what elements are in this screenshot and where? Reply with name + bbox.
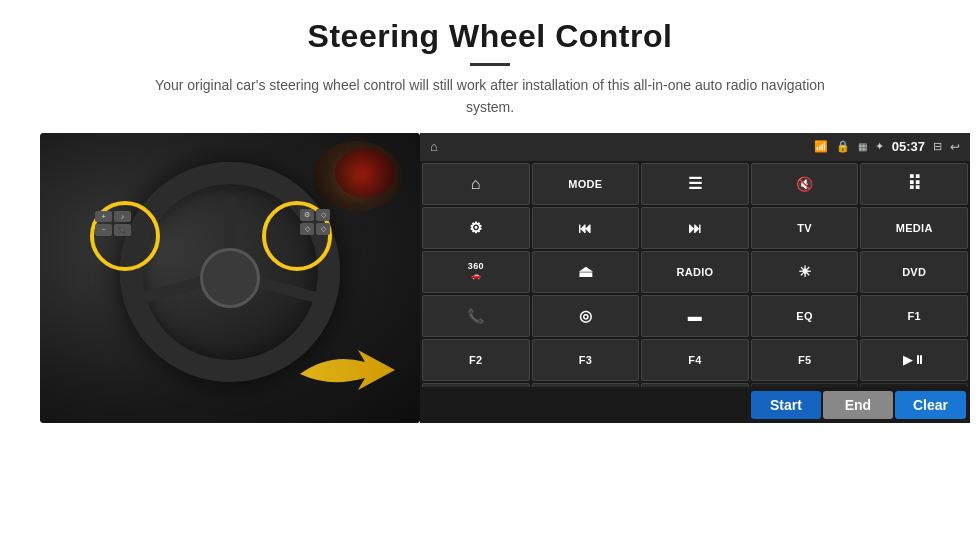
phone-btn[interactable]: 📞 xyxy=(422,295,530,337)
control-panel: ⌂ 📶 🔒 ▦ ✦ 05:37 ⊟ ↩ ⌂ MODE ☰ 🔇 xyxy=(420,133,970,423)
compass-btn[interactable]: ◎ xyxy=(532,295,640,337)
f4-btn[interactable]: F4 xyxy=(641,339,749,381)
sim-icon: ▦ xyxy=(858,141,867,152)
home-status-icon: ⌂ xyxy=(430,139,438,154)
tv-btn[interactable]: TV xyxy=(751,207,859,249)
title-section: Steering Wheel Control Your original car… xyxy=(40,18,940,133)
apps-btn[interactable]: ⠿ xyxy=(860,163,968,205)
f1-btn[interactable]: F1 xyxy=(860,295,968,337)
f3-btn[interactable]: F3 xyxy=(532,339,640,381)
start-button[interactable]: Start xyxy=(751,391,821,419)
home-btn[interactable]: ⌂ xyxy=(422,163,530,205)
title-divider xyxy=(470,63,510,66)
subtitle: Your original car's steering wheel contr… xyxy=(150,74,830,119)
list-btn[interactable]: ☰ xyxy=(641,163,749,205)
status-left: ⌂ xyxy=(430,139,438,154)
screen-btn[interactable]: ▬ xyxy=(641,295,749,337)
status-bar: ⌂ 📶 🔒 ▦ ✦ 05:37 ⊟ ↩ xyxy=(420,133,970,161)
next-btn[interactable]: ⏭ xyxy=(641,207,749,249)
cast-icon: ⊟ xyxy=(933,140,942,153)
button-grid: ⌂ MODE ☰ 🔇 ⠿ ⚙ ⏮ ⏭ TV MEDIA 360🚗 ⏏ RADIO… xyxy=(420,161,970,423)
eject-btn[interactable]: ⏏ xyxy=(532,251,640,293)
360cam-btn[interactable]: 360🚗 xyxy=(422,251,530,293)
eq-btn[interactable]: EQ xyxy=(751,295,859,337)
status-time: 05:37 xyxy=(892,139,925,154)
mode-btn[interactable]: MODE xyxy=(532,163,640,205)
action-bar: Start End Clear xyxy=(420,387,970,423)
media-btn[interactable]: MEDIA xyxy=(860,207,968,249)
back-icon: ↩ xyxy=(950,140,960,154)
clear-button[interactable]: Clear xyxy=(895,391,966,419)
page-title: Steering Wheel Control xyxy=(40,18,940,55)
settings-btn[interactable]: ⚙ xyxy=(422,207,530,249)
status-right: 📶 🔒 ▦ ✦ 05:37 ⊟ ↩ xyxy=(814,139,960,154)
steering-wheel-image: + ♪ − 📞 ⚙ ◇ ◇ ◇ xyxy=(40,133,420,423)
arrow-indicator xyxy=(290,342,400,411)
dvd-btn[interactable]: DVD xyxy=(860,251,968,293)
end-button[interactable]: End xyxy=(823,391,893,419)
radio-btn[interactable]: RADIO xyxy=(641,251,749,293)
content-area: + ♪ − 📞 ⚙ ◇ ◇ ◇ xyxy=(40,133,940,423)
mute-btn[interactable]: 🔇 xyxy=(751,163,859,205)
f2-btn[interactable]: F2 xyxy=(422,339,530,381)
page-wrapper: Steering Wheel Control Your original car… xyxy=(0,0,980,544)
bluetooth-icon: ✦ xyxy=(875,140,884,153)
brightness-btn[interactable]: ☀ xyxy=(751,251,859,293)
play-pause-btn[interactable]: ▶⏸ xyxy=(860,339,968,381)
wifi-icon: 📶 xyxy=(814,140,828,153)
f5-btn[interactable]: F5 xyxy=(751,339,859,381)
lock-icon: 🔒 xyxy=(836,140,850,153)
prev-btn[interactable]: ⏮ xyxy=(532,207,640,249)
